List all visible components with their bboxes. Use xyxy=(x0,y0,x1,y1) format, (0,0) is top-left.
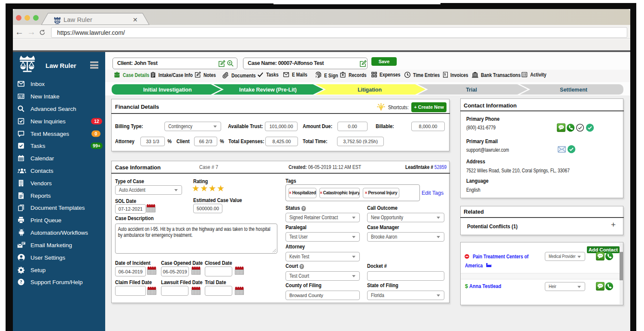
svg-text:Settlement: Settlement xyxy=(560,87,588,93)
svg-text:Intake Review (Pre-Lit): Intake Review (Pre-Lit) xyxy=(239,87,297,93)
svg-text:Litigation: Litigation xyxy=(358,87,382,93)
svg-text:Initial Investigation: Initial Investigation xyxy=(143,87,191,93)
svg-text:Trial: Trial xyxy=(466,87,477,93)
